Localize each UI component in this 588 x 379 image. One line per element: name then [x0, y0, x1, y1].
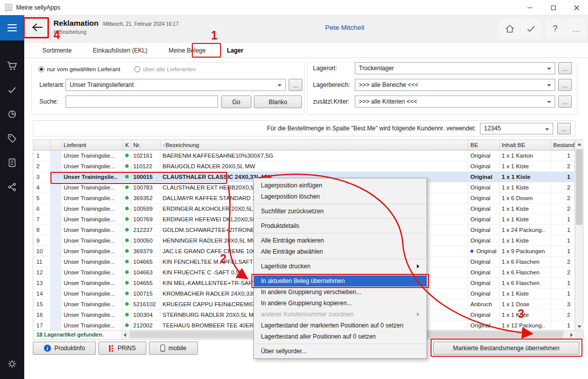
radio-all-suppliers[interactable]: über alle Lieferanten	[134, 66, 196, 72]
table-row[interactable]: 1Unser Trainingslie...102161BAERENM.KAFF…	[33, 151, 575, 161]
radio-selected-supplier[interactable]: nur vom gewählten Lieferant	[38, 66, 120, 72]
lagerbereich-more-button[interactable]: ...	[558, 79, 572, 91]
context-menu-item[interactable]: Alle Einträge markieren	[254, 235, 426, 246]
radio-selected-supplier-label: nur vom gewählten Lieferant	[47, 66, 120, 72]
lagerort-more-button[interactable]: ...	[558, 62, 572, 74]
lieferant-more-button[interactable]: ...	[289, 79, 302, 91]
stock-status-dot	[125, 239, 129, 242]
scroll-left-button[interactable]	[121, 330, 129, 339]
cell-select	[50, 299, 62, 310]
sidebar-item-catalog[interactable]	[0, 151, 24, 175]
cell-inhalt-be: 1 x 1 Karton	[500, 151, 551, 161]
cell-nr: 104665	[131, 257, 161, 267]
scroll-up-button[interactable]	[575, 140, 583, 148]
menu-item-label: In aktuellen Beleg übernehmen	[261, 277, 421, 285]
kundennr-select[interactable]: 12345	[480, 123, 553, 134]
sidebar-item-cart[interactable]	[0, 54, 24, 78]
cell-be: Original	[468, 151, 500, 161]
back-button[interactable]	[26, 17, 48, 37]
header-be[interactable]: BE	[468, 140, 500, 151]
info-icon: i	[44, 345, 51, 352]
tab-meine-belege[interactable]: Meine Belege	[168, 45, 206, 56]
cell-inhalt-be: 1 x 24 Packung..	[500, 225, 551, 235]
go-button[interactable]: Go	[221, 96, 251, 108]
context-menu-item[interactable]: Lagerposition löschen	[254, 191, 426, 202]
tab-lager[interactable]: Lager	[226, 45, 244, 56]
cell-bestand: 2	[551, 257, 575, 267]
vertical-scroll-thumb[interactable]	[576, 149, 582, 225]
sidebar-item-pricing[interactable]	[0, 126, 24, 151]
context-menu-item[interactable]: In andere Gruppierung verschieben...	[254, 287, 426, 298]
context-menu-item[interactable]: Alle Einträge abwählen	[254, 246, 426, 257]
header-bestand[interactable]: Bestand	[551, 140, 575, 151]
cell-lieferant: Unser Trainingslie...	[62, 151, 123, 161]
lagerbereich-select[interactable]: >>> alle Bereiche <<<	[355, 79, 555, 91]
context-menu-item[interactable]: Lagerliste drucken	[254, 261, 426, 272]
context-menu-item[interactable]: Über sellyorder...	[254, 346, 426, 357]
cell-be: Original	[468, 257, 500, 267]
cell-bestand: 2	[551, 161, 575, 172]
context-menu-item[interactable]: In andere Gruppierung kopieren...	[254, 298, 426, 309]
prins-button[interactable]: PRiNS	[98, 342, 146, 355]
search-input[interactable]	[66, 96, 218, 108]
tab-einkaufslisten-ekl[interactable]: Einkaufslisten (EKL)	[92, 45, 148, 56]
cell-k	[123, 225, 131, 235]
cell-k	[123, 289, 131, 299]
table-row[interactable]: 2Unser Trainingslie...110122BRAUGOLD RAD…	[33, 161, 575, 172]
header-k[interactable]: K	[123, 140, 131, 151]
cell-nr: 212002	[131, 320, 161, 331]
sidebar-item-statistics[interactable]	[0, 102, 24, 126]
blanko-button[interactable]: Blanko	[254, 96, 302, 108]
kriterien-more-button[interactable]: ...	[558, 96, 572, 108]
header-lieferant[interactable]: Lieferant	[62, 140, 123, 151]
context-menu-item[interactable]: In aktuellen Beleg übernehmen	[254, 275, 426, 287]
mobile-button[interactable]: mobile	[149, 342, 198, 355]
produktinfo-button[interactable]: i Produktinfo	[33, 342, 96, 355]
cell-bestand: 2	[551, 267, 575, 278]
menu-separator	[255, 218, 425, 219]
header-nr[interactable]: Nr.	[131, 140, 161, 151]
cell-inhalt-be: 1 x 1 Dose	[500, 299, 551, 310]
cell-inhalt-be: 1 x 6 Flaschen	[500, 267, 551, 278]
more-dots-label: ...	[563, 99, 567, 105]
context-menu-item[interactable]: Suchfilter zurücksetzen	[254, 206, 426, 217]
sidebar-item-share[interactable]	[0, 175, 24, 199]
header-inhalt-be[interactable]: Inhalt BE	[500, 140, 551, 151]
cell-inhalt-be: 1 x 1 Kiste	[500, 182, 551, 193]
help-button[interactable]: ?	[545, 19, 565, 39]
vertical-scrollbar[interactable]	[575, 140, 583, 331]
confirm-button[interactable]	[521, 19, 541, 39]
minimize-button[interactable]	[518, 0, 542, 15]
close-button[interactable]	[565, 0, 588, 15]
maximize-button[interactable]	[542, 0, 565, 15]
cell-k	[123, 214, 131, 225]
sidebar-item-menu[interactable]	[0, 15, 24, 40]
lagerort-select[interactable]: Trockenlager	[355, 62, 555, 74]
more-options-button[interactable]: ...	[566, 19, 586, 39]
app-window: Meine sellyApps	[0, 0, 588, 379]
cell-num: 2	[33, 161, 50, 172]
cell-select	[50, 193, 62, 204]
sidebar-item-settings[interactable]	[0, 352, 24, 376]
context-menu-item[interactable]: Lagerposition einfügen	[254, 180, 426, 191]
cell-bestand: 1	[551, 225, 575, 235]
cell-lieferant: Unser Trainingslie...	[62, 320, 123, 331]
app-icon	[5, 4, 12, 11]
cell-lieferant: Unser Trainingslie...	[62, 299, 123, 310]
cell-be: Original	[468, 289, 500, 299]
context-menu-item[interactable]: Lagerbestand aller Positionen auf 0 setz…	[254, 331, 426, 342]
kundennr-more-button[interactable]: ...	[557, 123, 571, 134]
radio-on-icon	[38, 66, 44, 72]
tab-sortimente[interactable]: Sortimente	[41, 45, 73, 56]
kriterien-select[interactable]: >>> alle Kriterien <<<	[355, 96, 555, 108]
sidebar-item-tasks[interactable]	[0, 78, 24, 102]
cell-lieferant: Unser Trainingslie...	[62, 235, 123, 246]
cell-num: 10	[33, 246, 50, 257]
home-button[interactable]	[500, 19, 520, 39]
context-menu-item[interactable]: Lagerbestand der markierten Positionen a…	[254, 320, 426, 331]
markierte-bestandsmenge-button[interactable]: Markierte Bestandsmenge übernehmen	[433, 342, 579, 355]
context-menu-item[interactable]: Produktdetails	[254, 220, 426, 231]
scrollbar-corner	[575, 330, 583, 339]
lieferant-select[interactable]: Unser Trainingslieferant	[66, 79, 286, 91]
header-bezeichnung[interactable]: ↑Bezeichnung	[161, 140, 468, 151]
